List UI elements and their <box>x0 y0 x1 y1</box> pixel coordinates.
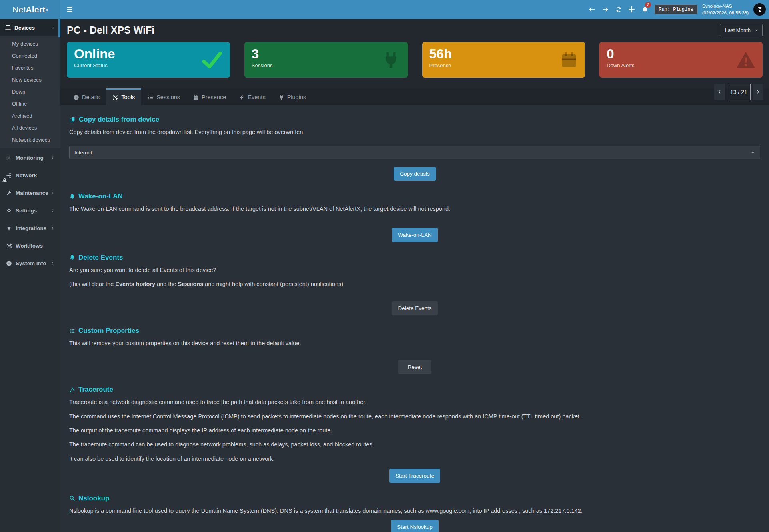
fullscreen-button[interactable] <box>625 0 638 19</box>
info-icon <box>73 94 79 100</box>
copy-device-select[interactable]: Internet <box>69 146 760 159</box>
section-custom-properties: Custom Properties This will remove your … <box>69 327 760 374</box>
back-button[interactable] <box>585 0 599 19</box>
delete-events-note: (this will clear the Events history and … <box>69 280 760 288</box>
rocket-icon[interactable] <box>1 177 8 184</box>
sidebar-item-integrations[interactable]: Integrations <box>0 219 60 237</box>
sidebar-item-system-info[interactable]: System info <box>0 254 60 272</box>
tab-events[interactable]: Events <box>232 88 272 105</box>
section-delete-events: Delete Events Are you sure you want to d… <box>69 254 760 316</box>
chevron-down-icon <box>50 25 56 30</box>
tab-label: Sessions <box>156 94 180 100</box>
card-value: 0 <box>607 47 755 61</box>
tab-plugins[interactable]: Plugins <box>272 88 313 105</box>
wake-on-lan-button[interactable]: Wake-on-LAN <box>392 228 437 242</box>
tab-tools[interactable]: Tools <box>106 88 141 105</box>
sidebar-scrollbar[interactable] <box>58 19 60 37</box>
section-description: The Wake-on-LAN command is sent to the b… <box>69 205 760 213</box>
sidebar-item-network[interactable]: Network <box>0 166 60 184</box>
copy-details-button[interactable]: Copy details <box>394 167 435 181</box>
card-current-status[interactable]: Online Current Status <box>67 42 230 78</box>
sidebar-item-label: Integrations <box>16 225 46 231</box>
section-title: Traceroute <box>69 386 760 394</box>
tools-tab-pane: Copy details from device Copy details fr… <box>60 105 769 532</box>
traceroute-paragraph: The output of the traceroute command dis… <box>69 426 760 434</box>
sidebar: Devices My devices Connected Favorites N… <box>0 19 60 532</box>
reset-button[interactable]: Reset <box>398 360 431 374</box>
chevron-left-icon <box>50 208 55 213</box>
section-description: Copy details from device from the dropdo… <box>69 128 760 136</box>
traceroute-paragraph: The command uses the Internet Control Me… <box>69 412 760 420</box>
user-avatar[interactable] <box>753 3 766 16</box>
status-cards: Online Current Status 3 Sessions 56h Pre… <box>60 40 769 78</box>
period-select[interactable]: Last Month <box>720 24 763 36</box>
sidebar-item-connected[interactable]: Connected <box>0 50 60 62</box>
section-copy-details: Copy details from device Copy details fr… <box>69 116 760 181</box>
section-title-text: Delete Events <box>78 254 123 262</box>
section-title-text: Wake-on-LAN <box>78 192 123 200</box>
sidebar-item-workflows[interactable]: Workflows <box>0 237 60 254</box>
traceroute-paragraph: Traceroute is a network diagnostic comma… <box>69 398 760 406</box>
section-description: This will remove your custom properties … <box>69 339 760 347</box>
card-label: Presence <box>429 62 578 68</box>
forward-button[interactable] <box>599 0 612 19</box>
sidebar-item-down[interactable]: Down <box>0 86 60 98</box>
calendar-icon <box>193 94 199 100</box>
period-select-value: Last Month <box>725 27 751 33</box>
delete-events-button[interactable]: Delete Events <box>392 301 437 315</box>
section-title: Wake-on-LAN <box>69 192 760 200</box>
sidebar-item-network-devices[interactable]: Network devices <box>0 134 60 146</box>
card-presence[interactable]: 56h Presence <box>422 42 585 78</box>
section-title-text: Nslookup <box>78 494 109 502</box>
host-info: Synology-NAS (02/02/2026, 08:55:38) <box>702 3 749 16</box>
logo-sup-x: x <box>46 7 48 12</box>
card-label: Down Alerts <box>607 62 755 68</box>
tab-label: Tools <box>121 94 135 100</box>
sidebar-item-archived[interactable]: Archived <box>0 110 60 122</box>
section-title: Copy details from device <box>69 116 760 124</box>
sidebar-item-all-devices[interactable]: All devices <box>0 122 60 134</box>
sidebar-toggle-button[interactable] <box>60 0 79 19</box>
top-navbar: NetAlertx 7 Run: Plugins Synology-NAS (0… <box>0 0 769 19</box>
sidebar-item-maintenance[interactable]: Maintenance <box>0 184 60 202</box>
sidebar-item-settings[interactable]: Settings <box>0 202 60 219</box>
sidebar-item-new-devices[interactable]: New devices <box>0 74 60 86</box>
sidebar-item-monitoring[interactable]: Monitoring <box>0 149 60 166</box>
calendar-icon <box>559 50 579 70</box>
gear-icon <box>6 208 12 214</box>
chevron-left-icon <box>50 191 55 195</box>
notifications-button[interactable]: 7 <box>638 0 651 19</box>
hourglass-icon <box>756 6 763 13</box>
tab-label: Presence <box>202 94 226 100</box>
refresh-button[interactable] <box>612 0 625 19</box>
section-wake-on-lan: Wake-on-LAN The Wake-on-LAN command is s… <box>69 192 760 242</box>
sidebar-item-my-devices[interactable]: My devices <box>0 38 60 50</box>
traceroute-paragraph: The traceroute command can be used to di… <box>69 440 760 448</box>
device-pager: 13 / 21 <box>714 84 763 100</box>
pager-prev-button[interactable] <box>714 84 725 100</box>
sidebar-item-offline[interactable]: Offline <box>0 98 60 110</box>
tab-details[interactable]: Details <box>67 88 106 105</box>
sidebar-item-label: Network <box>16 172 37 178</box>
section-title: Nslookup <box>69 494 760 502</box>
card-sessions[interactable]: 3 Sessions <box>244 42 408 78</box>
plug-icon <box>380 50 401 70</box>
sidebar-item-devices[interactable]: Devices <box>0 19 60 36</box>
chevron-left-icon <box>50 226 55 230</box>
refresh-icon <box>615 6 622 13</box>
tab-sessions[interactable]: Sessions <box>141 88 186 105</box>
page-header: PC - Dell XPS WiFi Last Month <box>60 19 769 40</box>
host-name: Synology-NAS <box>702 3 749 10</box>
info-icon <box>6 260 12 266</box>
sidebar-item-favorites[interactable]: Favorites <box>0 62 60 74</box>
section-nslookup: Nslookup Nslookup is a command-line tool… <box>69 494 760 532</box>
run-plugins-button[interactable]: Run: Plugins <box>655 5 697 14</box>
start-traceroute-button[interactable]: Start Traceroute <box>389 469 440 483</box>
card-down-alerts[interactable]: 0 Down Alerts <box>599 42 763 78</box>
sidebar-item-label: Settings <box>16 208 37 214</box>
plug-icon <box>6 225 12 231</box>
start-nslookup-button[interactable]: Start Nslookup <box>391 520 439 532</box>
tab-presence[interactable]: Presence <box>186 88 232 105</box>
tab-label: Details <box>82 94 100 100</box>
pager-next-button[interactable] <box>753 84 763 100</box>
